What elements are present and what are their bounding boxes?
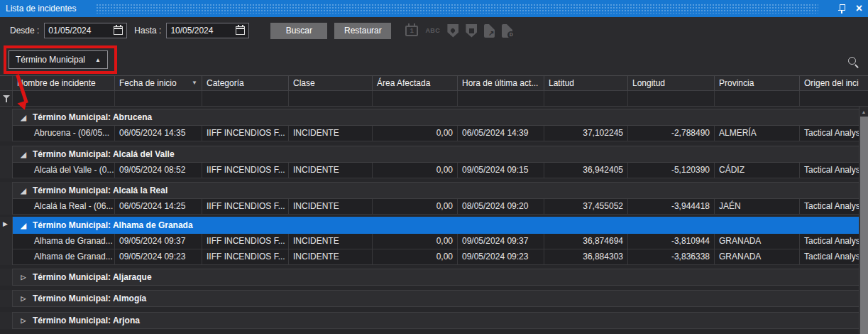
cell-nombre[interactable]: Abrucena - (06/05...: [13, 126, 115, 141]
column-header-area[interactable]: Área Afectada: [373, 76, 458, 90]
column-header-categoria[interactable]: Categoría: [202, 76, 289, 90]
group-row-alcala-la-real[interactable]: ◢Término Municipal: Alcalá la Real: [0, 182, 859, 199]
cell-origen[interactable]: Tactical Analys: [800, 163, 859, 178]
cell-area[interactable]: 0,00: [373, 163, 458, 178]
cell-clase[interactable]: INCIDENTE: [289, 234, 373, 249]
vertical-scrollbar[interactable]: ▲: [859, 107, 868, 334]
filter-cell-longitud[interactable]: [628, 91, 715, 106]
cell-fecha[interactable]: 09/05/2024 08:52: [115, 163, 202, 178]
column-header-latitud[interactable]: Latitud: [544, 76, 628, 90]
shield-map-icon[interactable]: [466, 24, 477, 38]
filter-cell-provincia[interactable]: [715, 91, 800, 106]
group-row-alhama-de-granada[interactable]: ▶ ◢Término Municipal: Alhama de Granada: [0, 217, 859, 234]
cell-latitud[interactable]: 36,884303: [544, 249, 628, 264]
group-row-arjona[interactable]: ▷Término Municipal: Arjona: [0, 312, 859, 329]
cell-provincia[interactable]: JAÉN: [715, 199, 800, 214]
collapse-icon[interactable]: ▷: [20, 295, 27, 302]
cell-longitud[interactable]: -5,120390: [628, 163, 715, 178]
incident-row[interactable]: Abrucena - (06/05... 06/05/2024 14:35 II…: [0, 126, 859, 141]
shield-drop-icon[interactable]: [447, 24, 458, 38]
column-header-longitud[interactable]: Longitud: [628, 76, 715, 90]
pin-icon[interactable]: [837, 4, 846, 14]
close-icon[interactable]: ×: [856, 4, 862, 14]
page-d-icon[interactable]: D: [502, 24, 512, 38]
cell-fecha[interactable]: 06/05/2024 14:35: [115, 126, 202, 141]
cell-provincia[interactable]: CÁDIZ: [715, 163, 800, 178]
column-header-clase[interactable]: Clase: [289, 76, 373, 90]
column-header-provincia[interactable]: Provincia: [715, 76, 800, 90]
cell-hora[interactable]: 09/05/2024 09:23: [458, 249, 544, 264]
collapse-icon[interactable]: ▷: [20, 274, 27, 281]
cell-provincia[interactable]: GRANADA: [715, 249, 800, 264]
cell-categoria[interactable]: IIFF INCENDIOS F...: [202, 163, 289, 178]
filter-cell-hora[interactable]: [458, 91, 544, 106]
cell-area[interactable]: 0,00: [373, 199, 458, 214]
cell-categoria[interactable]: IIFF INCENDIOS F...: [202, 199, 289, 214]
restaurar-button[interactable]: Restaurar: [334, 23, 391, 39]
buscar-button[interactable]: Buscar: [270, 23, 327, 39]
cell-hora[interactable]: 06/05/2024 14:39: [458, 126, 544, 141]
cell-origen[interactable]: Tactical Analys: [800, 234, 859, 249]
cell-nombre[interactable]: Alcalá la Real - (06...: [13, 199, 115, 214]
hasta-date-input[interactable]: 10/05/2024: [166, 23, 249, 38]
cell-nombre[interactable]: Alhama de Granad...: [13, 234, 115, 249]
cell-hora[interactable]: 08/05/2024 09:20: [458, 199, 544, 214]
cell-provincia[interactable]: ALMERÍA: [715, 126, 800, 141]
filter-cell-categoria[interactable]: [202, 91, 289, 106]
cell-fecha[interactable]: 06/05/2024 14:25: [115, 199, 202, 214]
page-export-icon[interactable]: ↗: [484, 24, 495, 38]
group-by-chip-termino-municipal[interactable]: Término Municipal ▲: [9, 50, 108, 69]
filter-cell-origen[interactable]: [800, 91, 859, 106]
expand-icon[interactable]: ◢: [20, 114, 27, 122]
cell-categoria[interactable]: IIFF INCENDIOS F...: [202, 249, 289, 264]
cell-longitud[interactable]: -3,836338: [628, 249, 715, 264]
filter-cell-nombre[interactable]: [13, 91, 115, 106]
cell-area[interactable]: 0,00: [373, 249, 458, 264]
cell-origen[interactable]: Tactical Analys: [800, 126, 859, 141]
expand-icon[interactable]: ◢: [20, 187, 27, 195]
column-header-fecha[interactable]: Fecha de inicio▼: [115, 76, 202, 90]
cell-fecha[interactable]: 09/05/2024 09:23: [115, 249, 202, 264]
cell-longitud[interactable]: -3,810944: [628, 234, 715, 249]
cell-latitud[interactable]: 36,942405: [544, 163, 628, 178]
cell-latitud[interactable]: 36,874694: [544, 234, 628, 249]
group-row-abrucena[interactable]: ◢Término Municipal: Abrucena: [0, 109, 859, 126]
cell-hora[interactable]: 09/05/2024 09:15: [458, 163, 544, 178]
column-header-nombre[interactable]: Nombre de incidente: [13, 76, 115, 90]
cell-area[interactable]: 0,00: [373, 126, 458, 141]
cell-categoria[interactable]: IIFF INCENDIOS F...: [202, 234, 289, 249]
incident-row[interactable]: Alhama de Granad... 09/05/2024 09:23 IIF…: [0, 249, 859, 265]
cell-fecha[interactable]: 09/05/2024 09:37: [115, 234, 202, 249]
filter-cell-fecha[interactable]: [115, 91, 202, 106]
cell-latitud[interactable]: 37,102245: [544, 126, 628, 141]
group-row-alcala-del-valle[interactable]: ◢Término Municipal: Alcalá del Valle: [0, 146, 859, 163]
cell-clase[interactable]: INCIDENTE: [289, 163, 373, 178]
search-icon[interactable]: [847, 56, 859, 68]
expand-icon[interactable]: ◢: [20, 222, 27, 230]
expand-icon[interactable]: ◢: [20, 151, 27, 158]
abc-icon[interactable]: ABC: [425, 27, 440, 34]
cell-area[interactable]: 0,00: [373, 234, 458, 249]
cell-clase[interactable]: INCIDENTE: [289, 249, 373, 264]
filter-cell-latitud[interactable]: [544, 91, 628, 106]
cell-nombre[interactable]: Alcalá del Valle - (0...: [13, 163, 115, 178]
cell-origen[interactable]: Tactical Analys: [800, 199, 859, 214]
desde-date-input[interactable]: 01/05/2024: [44, 23, 127, 38]
column-header-origen[interactable]: Origen del incid: [800, 76, 859, 90]
filter-cell-area[interactable]: [373, 91, 458, 106]
cell-hora[interactable]: 09/05/2024 09:37: [458, 234, 544, 249]
cell-longitud[interactable]: -2,788490: [628, 126, 715, 141]
group-row-aljaraque[interactable]: ▷Término Municipal: Aljaraque: [0, 269, 859, 286]
cell-categoria[interactable]: IIFF INCENDIOS F...: [202, 126, 289, 141]
cell-latitud[interactable]: 37,455052: [544, 199, 628, 214]
cell-nombre[interactable]: Alhama de Granad...: [13, 249, 115, 264]
cell-provincia[interactable]: GRANADA: [715, 234, 800, 249]
calendar-picker-icon[interactable]: [236, 26, 245, 35]
filter-cell-clase[interactable]: [289, 91, 373, 106]
column-header-hora[interactable]: Hora de última act...: [458, 76, 544, 90]
cell-origen[interactable]: Tactical Analys: [800, 249, 859, 264]
calendar-picker-icon[interactable]: [114, 26, 123, 35]
incident-row[interactable]: Alcalá la Real - (06... 06/05/2024 14:25…: [0, 199, 859, 215]
scroll-up-icon[interactable]: ▲: [859, 107, 868, 117]
scrollbar-thumb[interactable]: [860, 117, 868, 334]
